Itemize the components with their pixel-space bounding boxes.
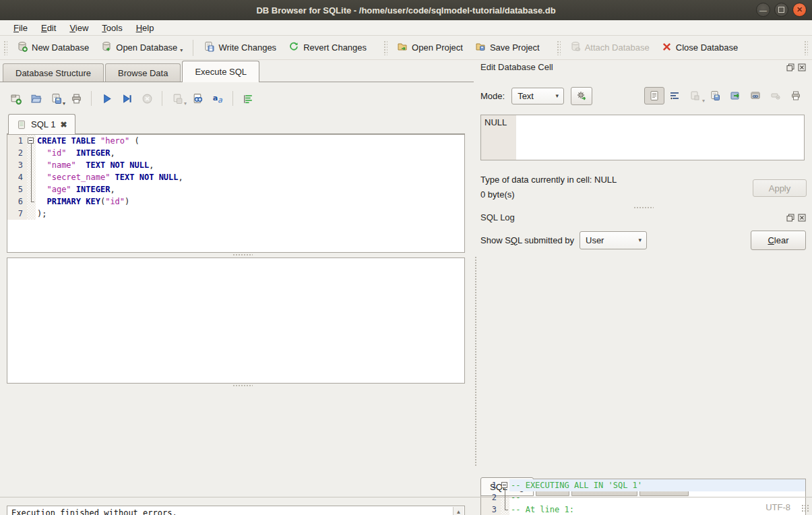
clear-button[interactable]: Clear <box>751 231 806 250</box>
code-text: ); <box>36 208 464 220</box>
open-database-dropdown-icon[interactable]: ▾ <box>180 47 183 54</box>
menu-tools[interactable]: Tools <box>95 22 129 34</box>
word-wrap-button[interactable] <box>664 87 685 104</box>
toolbar-grip[interactable] <box>804 40 808 55</box>
execute-all-button[interactable] <box>96 90 117 107</box>
toolbar-separator <box>193 40 193 56</box>
find-replace-button[interactable] <box>187 90 208 107</box>
main-toolbar: New Database Open Database ▾ Write Chang… <box>0 36 812 60</box>
edit-cell-dock-header: Edit Database Cell <box>480 62 806 72</box>
cell-value-editor[interactable]: NULL <box>480 115 805 160</box>
print-button[interactable] <box>66 90 86 107</box>
sql-tab-bar: SQL 1 ✖ <box>8 114 75 134</box>
revert-changes-button[interactable]: Revert Changes <box>282 38 373 57</box>
save-project-button[interactable]: Save Project <box>469 38 546 57</box>
word-wrap-icon <box>669 90 680 101</box>
mode-combobox[interactable]: Text▾ <box>511 88 564 104</box>
revert-changes-label: Revert Changes <box>303 42 367 53</box>
new-database-icon <box>17 41 28 54</box>
sql-1-tab[interactable]: SQL 1 ✖ <box>8 114 75 134</box>
toolbar-grip[interactable] <box>3 40 7 55</box>
save-results-dropdown-icon: ▾ <box>184 100 187 107</box>
sql-log-dock-header: SQL Log <box>480 212 806 222</box>
apply-button: Apply <box>753 179 807 197</box>
open-database-button[interactable]: Open Database ▾ <box>95 38 189 57</box>
menu-edit[interactable]: Edit <box>34 22 63 34</box>
close-database-icon <box>662 42 672 54</box>
format-sql-button[interactable]: aa <box>208 90 228 107</box>
line-number: 1 <box>481 479 501 491</box>
close-tab-icon[interactable]: ✖ <box>60 120 67 129</box>
open-database-icon <box>101 41 112 54</box>
tab-browse-data[interactable]: Browse Data <box>105 63 181 82</box>
fold-marker-icon[interactable] <box>501 479 509 491</box>
code-line: 7); <box>7 208 464 220</box>
line-number: 3 <box>7 159 27 171</box>
tab-execute-sql[interactable]: Execute SQL <box>182 61 259 82</box>
toolbar-grip[interactable] <box>383 40 387 55</box>
toggle-comment-button[interactable] <box>238 90 258 107</box>
sql-log-dock-title: SQL Log <box>480 212 515 222</box>
menu-file[interactable]: File <box>7 22 34 34</box>
close-database-button[interactable]: Close Database <box>656 39 745 57</box>
open-project-button[interactable]: Open Project <box>391 38 469 57</box>
minimize-button[interactable]: — <box>756 3 770 17</box>
splitter-handle[interactable] <box>232 253 253 257</box>
execute-current-line-button[interactable] <box>117 90 137 107</box>
menu-help[interactable]: Help <box>129 22 161 34</box>
tab-database-structure-label: Database Structure <box>15 68 91 78</box>
main-tab-bar: Database Structure Browse Data Execute S… <box>3 60 474 82</box>
text-mode-button[interactable] <box>644 87 664 104</box>
clear-button-label: Clear <box>768 235 788 245</box>
code-line: 1CREATE TABLE "hero" ( <box>7 135 464 147</box>
close-dock-icon[interactable] <box>797 213 806 222</box>
close-dock-icon[interactable] <box>797 63 806 71</box>
tab-database-structure[interactable]: Database Structure <box>3 63 104 82</box>
code-line: 3-- At line 1: <box>481 504 805 515</box>
window-title: DB Browser for SQLite - /home/user/code/… <box>256 5 555 16</box>
import-icon <box>689 90 700 101</box>
export-cell-data-button[interactable] <box>725 87 745 104</box>
submitted-by-combobox[interactable]: User▾ <box>580 231 647 249</box>
save-sql-file-icon <box>51 93 62 104</box>
save-sql-dropdown-icon[interactable]: ▾ <box>63 100 65 107</box>
print-cell-button[interactable] <box>786 87 806 104</box>
titlebar[interactable]: DB Browser for SQLite - /home/user/code/… <box>0 0 812 21</box>
execute-all-icon <box>101 93 113 104</box>
execute-current-line-icon <box>121 93 133 104</box>
open-sql-file-button[interactable] <box>26 90 46 107</box>
new-tab-icon <box>10 93 22 104</box>
auto-switch-mode-button[interactable] <box>571 87 592 105</box>
sql-editor[interactable]: 1CREATE TABLE "hero" (2 "id" INTEGER,3 "… <box>7 134 465 253</box>
write-changes-icon <box>204 41 214 54</box>
maximize-button[interactable] <box>774 3 788 17</box>
sql-log-editor[interactable]: 1-- EXECUTING ALL IN 'SQL 1'2--3-- At li… <box>480 479 806 515</box>
find-replace-icon <box>192 93 204 104</box>
code-text: -- At line 1: <box>509 504 805 515</box>
open-url-button[interactable] <box>745 87 766 104</box>
cell-type-info: Type of data currently in cell: NULL <box>480 175 617 185</box>
line-number: 2 <box>7 147 27 159</box>
write-changes-button[interactable]: Write Changes <box>197 38 282 57</box>
save-sql-file-button[interactable]: ▾ <box>46 90 66 107</box>
save-results-icon <box>172 93 183 104</box>
menu-view[interactable]: View <box>63 22 95 34</box>
stop-icon <box>142 93 153 104</box>
new-database-button[interactable]: New Database <box>11 38 95 57</box>
results-grid[interactable] <box>7 258 465 384</box>
print-icon <box>71 93 82 104</box>
float-dock-icon[interactable] <box>786 213 794 222</box>
toolbar-grip[interactable] <box>557 40 561 55</box>
fold-marker-icon[interactable] <box>27 135 36 147</box>
float-dock-icon[interactable] <box>786 63 794 71</box>
splitter-handle[interactable] <box>232 384 253 388</box>
gear-icon <box>576 90 587 101</box>
new-sql-tab-button[interactable] <box>5 90 26 107</box>
toggle-comment-icon <box>243 93 254 104</box>
dock-splitter-handle[interactable] <box>633 206 654 210</box>
line-number: 3 <box>481 504 501 515</box>
save-cell-data-button[interactable] <box>705 87 725 104</box>
close-button[interactable]: ✕ <box>792 3 807 17</box>
code-line: 1-- EXECUTING ALL IN 'SQL 1' <box>481 479 805 491</box>
panel-splitter[interactable] <box>474 256 478 466</box>
